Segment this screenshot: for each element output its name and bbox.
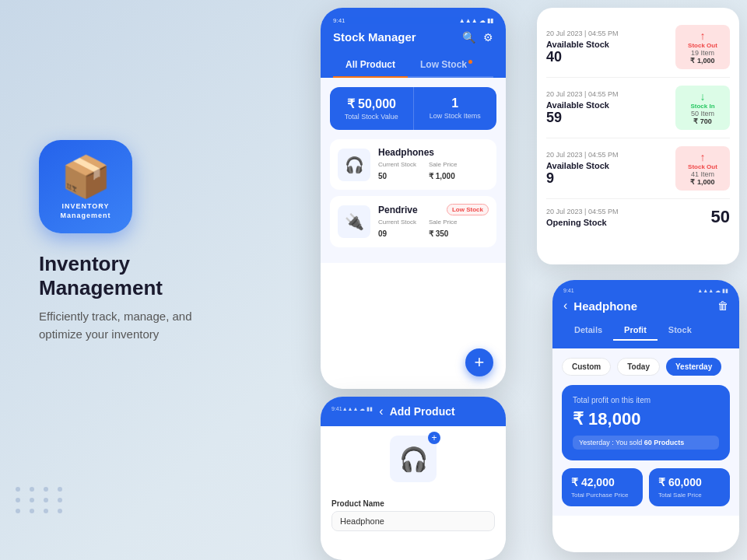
arrow-icon-1: ↑ xyxy=(683,30,722,42)
history-item-2: 20 Jul 2023 | 04:55 PM Available Stock 5… xyxy=(546,78,730,138)
profit-main-card: Total profit on this item ₹ 18,000 Yeste… xyxy=(562,385,730,460)
product-thumbnail[interactable]: 🎧 + xyxy=(390,436,437,482)
filter-icon[interactable]: ⚙ xyxy=(483,31,493,44)
history-date-2: 20 Jul 2023 | 04:55 PM xyxy=(546,90,618,98)
pill-price-2: ₹ 700 xyxy=(683,117,722,125)
add-status-bar: 9:41▲▲▲ ☁ ▮▮ xyxy=(331,406,373,412)
history-date-3: 20 Jul 2023 | 04:55 PM xyxy=(546,151,618,159)
purchase-label: Total Purchase Price xyxy=(571,492,633,499)
profit-label: Total profit on this item xyxy=(573,396,719,404)
add-product-body: 🎧 + Product Name xyxy=(321,426,506,541)
history-label-1: Available Stock xyxy=(546,40,618,49)
tab-low-stock[interactable]: Low Stock xyxy=(408,53,485,76)
headphones-info: Headphones Current Stock 50 Sale Price ₹… xyxy=(378,147,489,182)
stock-pill-3: ↑ Stock Out 41 Item ₹ 1,000 xyxy=(675,146,730,191)
headphones-stock: Current Stock 50 xyxy=(378,161,416,182)
tab-stock[interactable]: Stock xyxy=(658,320,703,341)
status-bar: 9:41 ▲▲▲ ☁ ▮▮ xyxy=(333,17,493,24)
stock-manager-phone: 9:41 ▲▲▲ ☁ ▮▮ Stock Manager 🔍 ⚙ All Prod… xyxy=(321,8,506,389)
product-name-input[interactable] xyxy=(331,511,495,531)
pendrive-info: Pendrive Low Stock Current Stock 09 Sale… xyxy=(378,204,489,240)
product-card-headphones[interactable]: 🎧 Headphones Current Stock 50 Sale Price… xyxy=(330,139,496,190)
filter-row: Custom Today Yesterday xyxy=(562,358,730,376)
pill-items-1: 19 Item xyxy=(683,49,722,57)
detail-tabs: Details Profit Stock xyxy=(563,320,728,341)
history-value-1: 40 xyxy=(546,49,618,65)
pendrive-name: Pendrive xyxy=(378,205,418,215)
stock-manager-title: Stock Manager xyxy=(333,30,416,44)
pendrive-image: 🔌 xyxy=(338,205,370,238)
history-left-3: 20 Jul 2023 | 04:55 PM Available Stock 9 xyxy=(546,151,618,187)
low-stock-label: Low Stock Items xyxy=(423,112,488,120)
product-name-label: Product Name xyxy=(331,499,495,508)
stock-summary-card: ₹ 50,000 Total Stock Value 1 Low Stock I… xyxy=(330,87,496,130)
profit-note-prefix: Yesterday : You sold xyxy=(579,439,644,446)
add-product-title: Add Product xyxy=(390,405,455,418)
history-left-4: 20 Jul 2023 | 04:55 PM Opening Stock xyxy=(546,208,618,227)
add-product-phone: 9:41▲▲▲ ☁ ▮▮ ‹ Add Product 🎧 + Product N… xyxy=(321,397,506,560)
history-label-3: Available Stock xyxy=(546,161,618,170)
tab-all-product[interactable]: All Product xyxy=(333,53,408,76)
product-tabs: All Product Low Stock xyxy=(333,53,493,78)
pendrive-stock: Current Stock 09 xyxy=(378,219,416,240)
profit-note-highlight: 60 Products xyxy=(644,439,685,446)
history-label-4: Opening Stock xyxy=(546,218,618,227)
app-subtitle: Efficiently track, manage, and optimize … xyxy=(39,308,226,343)
sale-value: ₹ 60,000 xyxy=(658,476,721,488)
pill-label-1: Stock Out xyxy=(683,42,722,49)
tab-details[interactable]: Details xyxy=(563,320,613,341)
history-value-3: 9 xyxy=(546,170,618,187)
pill-label-3: Stock Out xyxy=(683,163,722,170)
pill-items-3: 41 Item xyxy=(683,170,722,178)
headphones-meta: Current Stock 50 Sale Price ₹ 1,000 xyxy=(378,161,489,182)
product-card-pendrive[interactable]: 🔌 Pendrive Low Stock Current Stock 09 Sa… xyxy=(330,196,496,247)
title-row: Stock Manager 🔍 ⚙ xyxy=(333,30,493,44)
low-stock-item: 1 Low Stock Items xyxy=(414,87,497,130)
add-product-fab[interactable]: + xyxy=(465,348,493,376)
box-emoji-icon: 📦 xyxy=(61,153,111,201)
left-section: 📦 INVENTORY Management Inventory Managem… xyxy=(39,140,257,343)
total-value: ₹ 50,000 xyxy=(339,96,404,111)
headphones-price: Sale Price ₹ 1,000 xyxy=(429,161,457,182)
delete-icon[interactable]: 🗑 xyxy=(717,299,728,312)
arrow-icon-2: ↓ xyxy=(683,90,722,103)
tab-profit[interactable]: Profit xyxy=(613,320,658,341)
add-back-button[interactable]: ‹ xyxy=(379,404,383,418)
stock-pill-1: ↑ Stock Out 19 Item ₹ 1,000 xyxy=(675,25,730,69)
history-list: 20 Jul 2023 | 04:55 PM Available Stock 4… xyxy=(537,8,739,244)
app-icon-label: INVENTORY Management xyxy=(60,202,110,220)
headphones-image: 🎧 xyxy=(338,149,370,181)
stock-body: ₹ 50,000 Total Stock Value 1 Low Stock I… xyxy=(321,78,506,263)
app-title: Inventory Management xyxy=(39,252,257,300)
low-stock-indicator xyxy=(468,60,472,64)
stock-header: 9:41 ▲▲▲ ☁ ▮▮ Stock Manager 🔍 ⚙ All Prod… xyxy=(321,8,506,78)
add-header-row: ‹ Add Product xyxy=(379,404,454,418)
pendrive-meta: Current Stock 09 Sale Price ₹ 350 xyxy=(378,219,489,240)
pill-items-2: 50 Item xyxy=(683,110,722,117)
filter-yesterday[interactable]: Yesterday xyxy=(666,358,721,376)
filter-today[interactable]: Today xyxy=(617,358,660,376)
pill-price-1: ₹ 1,000 xyxy=(683,57,722,65)
headphones-name: Headphones xyxy=(378,147,434,158)
pill-label-2: Stock In xyxy=(683,103,722,110)
headphone-detail-phone: 9:41▲▲▲ ☁ ▮▮ ‹ Headphone 🗑 Details Profi… xyxy=(552,280,739,552)
detail-header-row: ‹ Headphone 🗑 xyxy=(563,299,728,313)
add-image-button[interactable]: + xyxy=(428,432,440,444)
purchase-value: ₹ 42,000 xyxy=(571,476,633,488)
profit-note: Yesterday : You sold 60 Products xyxy=(573,436,719,450)
detail-back-button[interactable]: ‹ xyxy=(563,299,567,313)
history-date-4: 20 Jul 2023 | 04:55 PM xyxy=(546,208,618,215)
filter-custom[interactable]: Custom xyxy=(562,358,611,376)
total-value-item: ₹ 50,000 Total Stock Value xyxy=(330,87,414,130)
history-left-2: 20 Jul 2023 | 04:55 PM Available Stock 5… xyxy=(546,90,618,126)
add-product-header: 9:41▲▲▲ ☁ ▮▮ ‹ Add Product xyxy=(321,397,506,426)
opening-stock-value: 50 xyxy=(711,207,730,227)
search-icon[interactable]: 🔍 xyxy=(462,31,475,44)
history-item-4: 20 Jul 2023 | 04:55 PM Opening Stock 50 xyxy=(546,199,730,235)
profit-secondary: ₹ 42,000 Total Purchase Price ₹ 60,000 T… xyxy=(562,468,730,506)
profit-amount: ₹ 18,000 xyxy=(573,409,719,429)
sale-label: Total Sale Price xyxy=(658,492,721,499)
pendrive-price: Sale Price ₹ 350 xyxy=(429,219,457,240)
history-left-1: 20 Jul 2023 | 04:55 PM Available Stock 4… xyxy=(546,30,618,65)
low-stock-count: 1 xyxy=(423,96,488,110)
